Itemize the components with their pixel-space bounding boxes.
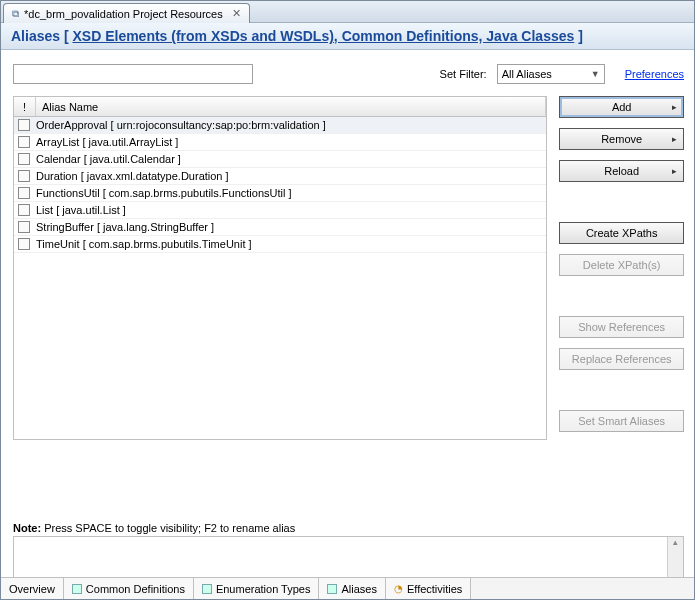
tab-common-definitions[interactable]: Common Definitions bbox=[64, 578, 194, 599]
tab-effectivities[interactable]: ◔Effectivities bbox=[386, 578, 471, 599]
alias-name-cell: StringBuffer [ java.lang.StringBuffer ] bbox=[36, 221, 214, 233]
reload-button[interactable]: Reload▸ bbox=[559, 160, 684, 182]
note-text: Press SPACE to toggle visibility; F2 to … bbox=[44, 522, 295, 534]
visibility-checkbox[interactable] bbox=[18, 119, 30, 131]
visibility-checkbox[interactable] bbox=[18, 221, 30, 233]
visibility-checkbox[interactable] bbox=[18, 153, 30, 165]
note-label: Note: bbox=[13, 522, 41, 534]
enum-icon bbox=[202, 584, 212, 594]
table-row[interactable]: List [ java.util.List ] bbox=[14, 202, 546, 219]
alias-name-cell: Calendar [ java.util.Calendar ] bbox=[36, 153, 181, 165]
tab-enumeration-types[interactable]: Enumeration Types bbox=[194, 578, 320, 599]
definitions-icon bbox=[72, 584, 82, 594]
alias-name-cell: FunctionsUtil [ com.sap.brms.pubutils.Fu… bbox=[36, 187, 292, 199]
table-row[interactable]: Duration [ javax.xml.datatype.Duration ] bbox=[14, 168, 546, 185]
arrow-right-icon: ▸ bbox=[672, 166, 677, 176]
table-row[interactable]: ArrayList [ java.util.ArrayList ] bbox=[14, 134, 546, 151]
note: Note: Press SPACE to toggle visibility; … bbox=[13, 522, 684, 534]
filter-dropdown[interactable]: All Aliases ▼ bbox=[497, 64, 605, 84]
alias-name-cell: TimeUnit [ com.sap.brms.pubutils.TimeUni… bbox=[36, 238, 252, 250]
resource-icon: ⧉ bbox=[12, 8, 19, 20]
arrow-right-icon: ▸ bbox=[672, 102, 677, 112]
visibility-checkbox[interactable] bbox=[18, 204, 30, 216]
table-row[interactable]: StringBuffer [ java.lang.StringBuffer ] bbox=[14, 219, 546, 236]
alias-name-cell: Duration [ javax.xml.datatype.Duration ] bbox=[36, 170, 229, 182]
tab-overview[interactable]: Overview bbox=[1, 578, 64, 599]
show-references-button: Show References bbox=[559, 316, 684, 338]
set-smart-aliases-button: Set Smart Aliases bbox=[559, 410, 684, 432]
visibility-checkbox[interactable] bbox=[18, 170, 30, 182]
editor-tab[interactable]: ⧉ *dc_brm_povalidation Project Resources… bbox=[3, 3, 250, 23]
delete-xpaths-button: Delete XPath(s) bbox=[559, 254, 684, 276]
section-suffix: ] bbox=[574, 28, 583, 44]
remove-button[interactable]: Remove▸ bbox=[559, 128, 684, 150]
alias-name-cell: OrderApproval [ urn:rojoconsultancy:sap:… bbox=[36, 119, 326, 131]
close-icon[interactable]: ✕ bbox=[232, 7, 241, 20]
visibility-checkbox[interactable] bbox=[18, 187, 30, 199]
alias-table: ! Alias Name OrderApproval [ urn:rojocon… bbox=[13, 96, 547, 440]
replace-references-button: Replace References bbox=[559, 348, 684, 370]
chevron-down-icon: ▼ bbox=[591, 69, 600, 79]
table-row[interactable]: OrderApproval [ urn:rojoconsultancy:sap:… bbox=[14, 117, 546, 134]
detail-textarea[interactable]: ▴ bbox=[13, 536, 684, 580]
vertical-scrollbar[interactable]: ▴ bbox=[667, 537, 683, 579]
visibility-checkbox[interactable] bbox=[18, 136, 30, 148]
col-visibility[interactable]: ! bbox=[14, 97, 36, 116]
aliases-icon bbox=[327, 584, 337, 594]
add-button[interactable]: Add▸ bbox=[559, 96, 684, 118]
create-xpaths-button[interactable]: Create XPaths bbox=[559, 222, 684, 244]
editor-tab-bar: ⧉ *dc_brm_povalidation Project Resources… bbox=[1, 1, 694, 23]
search-input[interactable] bbox=[13, 64, 253, 84]
section-prefix: Aliases [ bbox=[11, 28, 72, 44]
tab-aliases[interactable]: Aliases bbox=[319, 578, 385, 599]
table-row[interactable]: FunctionsUtil [ com.sap.brms.pubutils.Fu… bbox=[14, 185, 546, 202]
arrow-right-icon: ▸ bbox=[672, 134, 677, 144]
filter-label: Set Filter: bbox=[440, 68, 487, 80]
filter-value: All Aliases bbox=[502, 68, 552, 80]
effectivities-icon: ◔ bbox=[394, 583, 403, 594]
tab-title: *dc_brm_povalidation Project Resources bbox=[24, 8, 223, 20]
preferences-link[interactable]: Preferences bbox=[625, 68, 684, 80]
bottom-tab-bar: Overview Common Definitions Enumeration … bbox=[1, 577, 694, 599]
visibility-checkbox[interactable] bbox=[18, 238, 30, 250]
col-alias-name[interactable]: Alias Name bbox=[36, 97, 546, 116]
table-row[interactable]: Calendar [ java.util.Calendar ] bbox=[14, 151, 546, 168]
alias-name-cell: ArrayList [ java.util.ArrayList ] bbox=[36, 136, 178, 148]
alias-name-cell: List [ java.util.List ] bbox=[36, 204, 126, 216]
section-link[interactable]: XSD Elements (from XSDs and WSDLs), Comm… bbox=[72, 28, 574, 44]
section-header: Aliases [ XSD Elements (from XSDs and WS… bbox=[1, 23, 694, 50]
table-row[interactable]: TimeUnit [ com.sap.brms.pubutils.TimeUni… bbox=[14, 236, 546, 253]
table-header: ! Alias Name bbox=[14, 97, 546, 117]
